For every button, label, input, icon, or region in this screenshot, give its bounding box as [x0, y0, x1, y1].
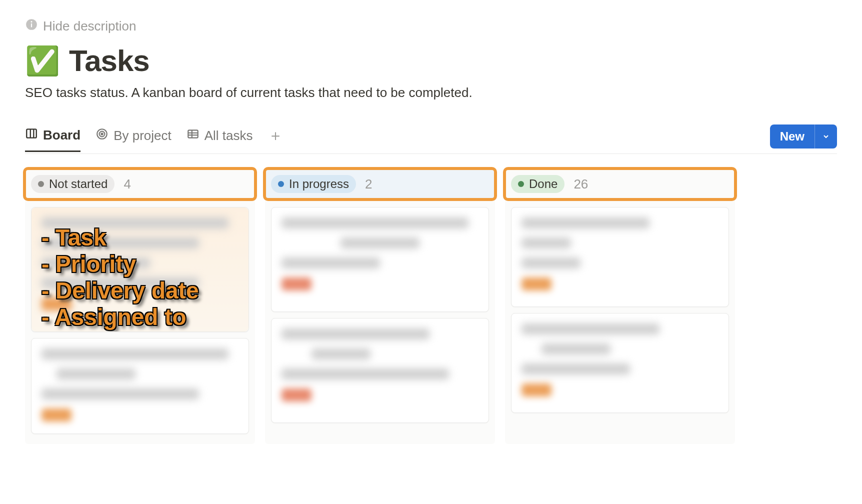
hide-description-label: Hide description: [43, 18, 136, 34]
page-emoji[interactable]: ✅: [25, 47, 60, 75]
status-label: Done: [529, 177, 558, 191]
svg-point-8: [102, 133, 103, 134]
blurred-content: [522, 238, 571, 248]
blurred-content: [42, 388, 199, 400]
view-tabs: Board By project All tasks ＋: [25, 124, 837, 154]
blurred-content: [282, 258, 380, 268]
column-count: 4: [124, 176, 130, 192]
page-title[interactable]: Tasks: [69, 44, 150, 78]
blurred-content: [282, 328, 430, 340]
tab-label: Board: [43, 128, 80, 143]
blurred-content: [542, 344, 610, 354]
new-button[interactable]: New: [770, 124, 837, 148]
blurred-content: [282, 368, 449, 380]
card[interactable]: [271, 207, 489, 312]
blurred-content: [522, 258, 580, 268]
blurred-tag: [282, 388, 312, 402]
blurred-content: [42, 348, 228, 360]
new-dropdown[interactable]: [814, 124, 837, 148]
filter-button[interactable]: [630, 128, 646, 144]
blurred-content: [522, 324, 660, 334]
svg-rect-1: [31, 24, 32, 28]
tab-label: By project: [114, 128, 172, 144]
status-label: Not started: [49, 177, 108, 191]
blurred-content: [312, 348, 370, 360]
hide-description-button[interactable]: Hide description: [25, 18, 837, 34]
status-pill-not-started: Not started: [31, 175, 114, 193]
table-icon: [186, 128, 200, 144]
toolbar-right: New: [630, 124, 837, 154]
blurred-tag: [282, 278, 312, 290]
target-icon: [96, 128, 108, 144]
page-title-row: ✅ Tasks: [25, 44, 837, 78]
column-header[interactable]: Not started 4: [23, 167, 257, 201]
board-icon: [25, 127, 38, 144]
annotation-line: - Priority: [42, 251, 198, 278]
card[interactable]: [31, 338, 249, 434]
card[interactable]: [511, 313, 729, 413]
page-root: Hide description ✅ Tasks SEO tasks statu…: [0, 0, 862, 444]
new-button-label: New: [770, 124, 814, 148]
annotation-overlay: - Task - Priority - Delivery date - Assi…: [42, 224, 198, 330]
column-in-progress[interactable]: In progress 2: [265, 169, 495, 444]
svg-point-2: [30, 21, 32, 22]
blurred-tag: [522, 384, 552, 396]
search-button[interactable]: [714, 128, 730, 144]
column-header[interactable]: In progress 2: [263, 167, 497, 201]
annotation-line: - Task: [42, 224, 198, 251]
kanban-board: Not started 4 - Task - Priority - Delive…: [25, 169, 837, 444]
add-view-button[interactable]: ＋: [268, 126, 283, 153]
card[interactable]: - Task - Priority - Delivery date - Assi…: [31, 207, 249, 332]
chevron-down-icon: [822, 130, 830, 144]
column-header[interactable]: Done 26: [503, 167, 737, 201]
status-pill-done: Done: [511, 175, 564, 193]
tab-all-tasks[interactable]: All tasks: [186, 128, 253, 151]
card[interactable]: [511, 207, 729, 307]
tab-by-project[interactable]: By project: [96, 128, 172, 151]
annotation-line: - Assigned to: [42, 304, 198, 330]
svg-rect-3: [26, 129, 36, 138]
column-not-started[interactable]: Not started 4 - Task - Priority - Delive…: [25, 169, 255, 444]
status-dot-icon: [518, 181, 524, 187]
plus-icon: ＋: [268, 127, 283, 144]
status-label: In progress: [289, 177, 349, 191]
annotation-line: - Delivery date: [42, 278, 198, 304]
automation-button[interactable]: [686, 128, 702, 144]
card[interactable]: [271, 318, 489, 423]
blurred-content: [522, 218, 650, 228]
info-icon: [25, 18, 38, 34]
blurred-tag: [522, 278, 552, 290]
column-count: 2: [365, 176, 372, 192]
tab-board[interactable]: Board: [25, 127, 80, 152]
column-count: 26: [574, 176, 588, 192]
blurred-content: [56, 368, 136, 380]
blurred-tag: [42, 408, 72, 422]
blurred-content: [340, 238, 420, 248]
more-button[interactable]: [742, 128, 758, 144]
svg-rect-9: [188, 130, 198, 138]
sort-button[interactable]: [658, 128, 674, 144]
blurred-content: [522, 364, 630, 374]
page-description[interactable]: SEO tasks status. A kanban board of curr…: [25, 85, 837, 100]
column-done[interactable]: Done 26: [505, 169, 735, 444]
tab-label: All tasks: [204, 128, 253, 144]
status-dot-icon: [278, 181, 284, 187]
blurred-content: [282, 218, 468, 228]
status-pill-in-progress: In progress: [271, 175, 356, 193]
status-dot-icon: [38, 181, 44, 187]
